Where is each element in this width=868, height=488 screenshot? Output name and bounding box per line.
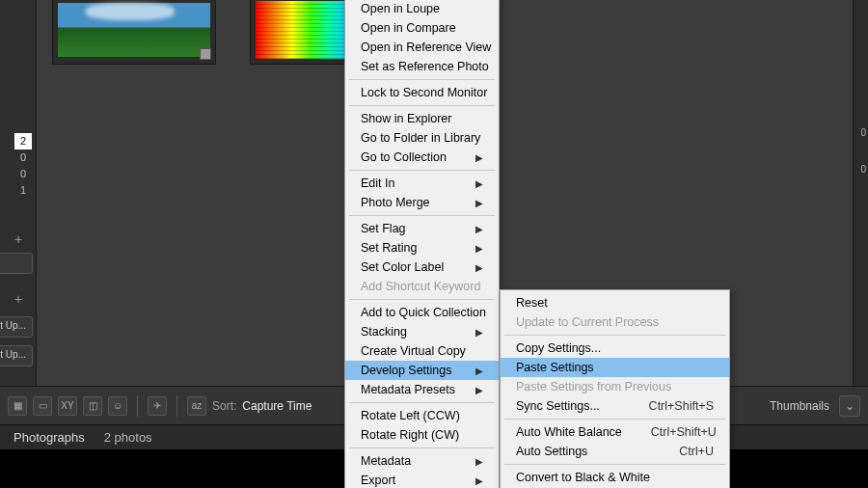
sidebar-add-1[interactable]: + — [5, 231, 32, 249]
menu-item-label: Metadata — [361, 454, 475, 468]
menu-item-label: Open in Compare — [361, 21, 483, 35]
menu-item-set-as-reference-photo[interactable]: Set as Reference Photo — [345, 57, 499, 76]
menu-item-label: Create Virtual Copy — [361, 344, 483, 358]
sort-direction-icon[interactable]: az — [187, 396, 206, 416]
menu-item-label: Go to Collection — [361, 150, 475, 164]
menu-item-label: Go to Folder in Library — [361, 131, 483, 145]
menu-item-add-to-quick-collection[interactable]: Add to Quick Collection — [345, 303, 499, 322]
submenu-arrow-icon: ▶ — [475, 198, 483, 208]
shortcut-label: Ctrl+U — [679, 445, 714, 458]
menu-item-metadata-presets[interactable]: Metadata Presets▶ — [345, 380, 499, 399]
status-photo-count: 2 photos — [104, 430, 152, 445]
menu-item-rotate-right-cw[interactable]: Rotate Right (CW) — [345, 425, 499, 445]
menu-item-label: Rotate Left (CCW) — [361, 409, 483, 422]
menu-item-create-virtual-copy[interactable]: Create Virtual Copy — [345, 341, 499, 361]
submenu-item-convert-to-black-white[interactable]: Convert to Black & White — [501, 468, 729, 487]
sidebar-add-2[interactable]: + — [5, 291, 32, 309]
submenu-item-paste-settings-from-previous: Paste Settings from Previous — [501, 377, 729, 396]
menu-item-label: Metadata Presets — [361, 383, 475, 396]
submenu-item-separator — [504, 419, 725, 420]
chevron-down-icon: ⌄ — [839, 395, 860, 417]
submenu-arrow-icon: ▶ — [475, 456, 483, 467]
submenu-item-auto-settings[interactable]: Auto SettingsCtrl+U — [501, 442, 729, 461]
submenu-item-label: Reset — [516, 296, 714, 310]
menu-item-label: Set Rating — [361, 241, 475, 255]
submenu-item-label: Auto Settings — [516, 445, 650, 458]
sidebar-up-button-2[interactable]: t Up... — [0, 345, 33, 366]
right-sidebar: 0 0 — [853, 0, 868, 386]
menu-item-lock-to-second-monitor[interactable]: Lock to Second Monitor — [345, 83, 499, 102]
thumbnails-label: Thumbnails — [770, 399, 829, 413]
menu-item-develop-settings[interactable]: Develop Settings▶ — [345, 361, 499, 380]
submenu-arrow-icon: ▶ — [475, 327, 483, 338]
submenu-item-sync-settings[interactable]: Sync Settings...Ctrl+Shift+S — [501, 396, 729, 416]
submenu-arrow-icon: ▶ — [475, 262, 483, 273]
menu-item-separator — [349, 79, 495, 80]
toolbar-divider-1 — [137, 395, 138, 417]
menu-item-set-flag[interactable]: Set Flag▶ — [345, 219, 499, 238]
menu-item-label: Show in Explorer — [361, 112, 483, 125]
submenu-item-reset[interactable]: Reset — [501, 293, 729, 312]
people-view-icon[interactable]: ☺ — [108, 396, 127, 416]
submenu-item-label: Copy Settings... — [516, 341, 714, 355]
grid-view-icon[interactable]: ▦ — [8, 396, 27, 416]
sidebar-input-1[interactable] — [0, 253, 33, 274]
sidebar-count-3: 1 — [14, 182, 32, 199]
sidebar-counts: 2 0 0 1 — [14, 133, 32, 199]
menu-item-separator — [349, 105, 495, 106]
menu-item-open-in-loupe[interactable]: Open in Loupe — [345, 0, 499, 18]
submenu-item-label: Sync Settings... — [516, 399, 620, 413]
shortcut-label: Ctrl+Shift+S — [649, 399, 714, 413]
sidebar-count-0: 2 — [14, 133, 32, 149]
menu-item-open-in-compare[interactable]: Open in Compare — [345, 18, 499, 38]
painter-icon[interactable]: ✈ — [148, 396, 167, 416]
left-sidebar: 2 0 0 1 + + t Up... t Up... — [0, 0, 37, 386]
menu-item-go-to-collection[interactable]: Go to Collection▶ — [345, 148, 499, 167]
submenu-arrow-icon: ▶ — [475, 385, 483, 395]
menu-item-photo-merge[interactable]: Photo Merge▶ — [345, 193, 499, 212]
submenu-item-copy-settings[interactable]: Copy Settings... — [501, 339, 729, 358]
compare-view-icon[interactable]: XY — [58, 396, 77, 416]
right-tick-0b: 0 — [860, 164, 866, 175]
menu-item-label: Open in Loupe — [361, 2, 483, 15]
menu-item-label: Open in Reference View — [361, 41, 491, 54]
menu-item-separator — [349, 299, 495, 300]
survey-view-icon[interactable]: ◫ — [83, 396, 102, 416]
develop-settings-submenu[interactable]: ResetUpdate to Current ProcessCopy Setti… — [500, 289, 730, 488]
menu-item-separator — [349, 215, 495, 216]
sidebar-count-2: 0 — [14, 166, 32, 182]
submenu-arrow-icon: ▶ — [475, 224, 483, 234]
status-photographs: Photographs — [14, 430, 85, 445]
menu-item-stacking[interactable]: Stacking▶ — [345, 322, 499, 341]
menu-item-metadata[interactable]: Metadata▶ — [345, 451, 499, 471]
submenu-item-auto-white-balance[interactable]: Auto White BalanceCtrl+Shift+U — [501, 422, 729, 442]
menu-item-label: Export — [361, 474, 475, 487]
menu-item-label: Develop Settings — [361, 364, 475, 377]
thumbnail-1[interactable] — [52, 0, 216, 65]
menu-item-show-in-explorer[interactable]: Show in Explorer — [345, 109, 499, 128]
shortcut-label: Ctrl+Shift+U — [651, 425, 717, 439]
submenu-item-paste-settings[interactable]: Paste Settings — [501, 358, 729, 377]
menu-item-go-to-folder-in-library[interactable]: Go to Folder in Library — [345, 128, 499, 148]
sort-value[interactable]: Capture Time — [242, 399, 312, 413]
right-tick-0: 0 — [860, 127, 866, 138]
menu-item-rotate-left-ccw[interactable]: Rotate Left (CCW) — [345, 406, 499, 425]
thumbnails-dropdown[interactable]: Thumbnails ⌄ — [770, 395, 860, 417]
menu-item-open-in-reference-view[interactable]: Open in Reference View — [345, 38, 499, 57]
menu-item-edit-in[interactable]: Edit In▶ — [345, 174, 499, 193]
menu-item-set-rating[interactable]: Set Rating▶ — [345, 238, 499, 258]
sidebar-up-button-1[interactable]: t Up... — [0, 316, 33, 338]
context-menu[interactable]: Open in LoupeOpen in CompareOpen in Refe… — [344, 0, 500, 488]
submenu-arrow-icon: ▶ — [475, 366, 483, 376]
sort-label: Sort: — [212, 399, 236, 413]
thumbnail-1-badge-icon — [200, 48, 211, 60]
loupe-view-icon[interactable]: ▭ — [33, 396, 52, 416]
submenu-item-separator — [504, 335, 725, 336]
submenu-item-label: Update to Current Process — [516, 315, 714, 329]
submenu-arrow-icon: ▶ — [475, 243, 483, 254]
menu-item-label: Edit In — [361, 176, 475, 190]
menu-item-set-color-label[interactable]: Set Color Label▶ — [345, 258, 499, 277]
menu-item-label: Set Flag — [361, 222, 475, 235]
menu-item-separator — [349, 447, 495, 448]
menu-item-export[interactable]: Export▶ — [345, 471, 499, 488]
